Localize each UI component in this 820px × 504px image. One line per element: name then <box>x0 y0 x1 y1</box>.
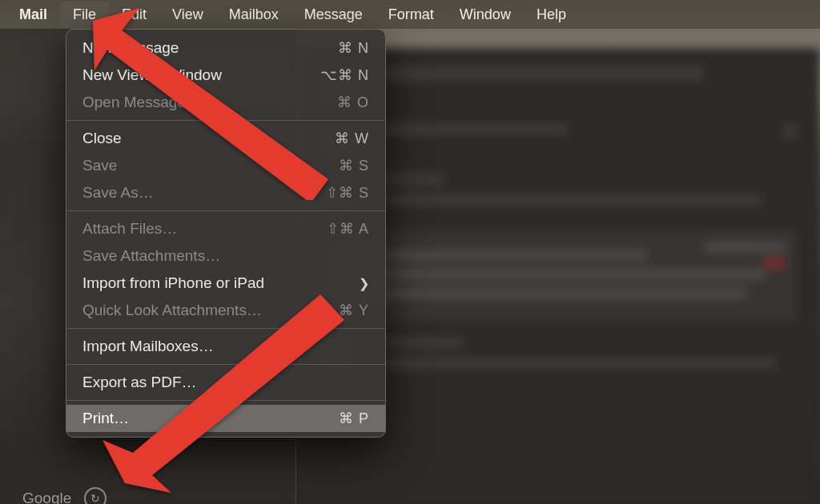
menu-save: Save ⌘ S <box>66 152 385 179</box>
menu-item-shortcut: ⌘ W <box>335 130 369 147</box>
menu-item-shortcut: ⌘ Y <box>339 302 369 319</box>
menu-item-label: New Message <box>82 39 179 57</box>
menu-item-shortcut: ⌘ P <box>339 410 369 427</box>
selected-message-card[interactable] <box>319 229 798 322</box>
menubar-item-edit[interactable]: Edit <box>109 2 159 28</box>
menu-separator <box>66 364 385 365</box>
menu-item-shortcut: ⌘ O <box>337 94 369 111</box>
menu-item-label: Save <box>82 157 117 174</box>
sidebar-account-label: Google <box>22 490 71 504</box>
menubar: Mail File Edit View Mailbox Message Form… <box>0 0 820 29</box>
menu-item-label: Print… <box>82 410 129 427</box>
menu-item-label: Quick Look Attachments… <box>82 302 262 319</box>
menu-separator <box>66 400 385 401</box>
menu-item-label: Import from iPhone or iPad <box>82 274 264 292</box>
menubar-item-file[interactable]: File <box>60 2 109 28</box>
menu-item-shortcut: ⇧⌘ S <box>326 184 369 202</box>
menu-item-label: Close <box>82 130 122 147</box>
menu-new-viewer-window[interactable]: New Viewer Window ⌥⌘ N <box>66 62 385 89</box>
menu-item-shortcut: ⌘ S <box>339 157 369 174</box>
menu-item-label: Export as PDF… <box>82 374 197 391</box>
menu-import-mailboxes[interactable]: Import Mailboxes… <box>66 333 385 360</box>
menu-close[interactable]: Close ⌘ W <box>66 125 385 152</box>
file-menu-dropdown: New Message ⌘ N New Viewer Window ⌥⌘ N O… <box>66 29 386 438</box>
menu-save-as: Save As… ⇧⌘ S <box>66 179 385 206</box>
menu-save-attachments: Save Attachments… <box>66 242 385 270</box>
sidebar-account-row[interactable]: Google ↻ <box>0 481 295 504</box>
menu-item-shortcut: ⇧⌘ A <box>327 220 369 238</box>
menubar-item-format[interactable]: Format <box>376 2 447 28</box>
menu-item-label: Attach Files… <box>82 220 177 238</box>
sync-icon: ↻ <box>84 487 107 504</box>
menu-separator <box>66 328 385 329</box>
menu-separator <box>66 120 385 121</box>
chevron-right-icon: ❯ <box>359 276 369 291</box>
menu-attach-files: Attach Files… ⇧⌘ A <box>66 215 385 242</box>
menu-import-from-iphone-ipad[interactable]: Import from iPhone or iPad ❯ <box>66 270 385 297</box>
menubar-item-message[interactable]: Message <box>291 2 376 28</box>
menu-item-label: Save As… <box>82 184 154 202</box>
menu-item-label: Save Attachments… <box>82 247 220 265</box>
menubar-item-window[interactable]: Window <box>447 2 524 28</box>
menu-item-label: New Viewer Window <box>82 66 222 84</box>
menu-item-label: Import Mailboxes… <box>82 338 214 355</box>
menu-item-shortcut: ⌥⌘ N <box>320 66 369 84</box>
menubar-app[interactable]: Mail <box>6 2 60 28</box>
menu-print[interactable]: Print… ⌘ P <box>66 405 385 432</box>
menu-open-messages: Open Messages ⌘ O <box>66 89 385 116</box>
menubar-item-mailbox[interactable]: Mailbox <box>216 2 291 28</box>
menu-new-message[interactable]: New Message ⌘ N <box>66 34 385 62</box>
menu-item-label: Open Messages <box>82 94 193 111</box>
menu-export-as-pdf[interactable]: Export as PDF… <box>66 369 385 396</box>
menu-quick-look-attachments: Quick Look Attachments… ⌘ Y <box>66 297 385 324</box>
menubar-item-view[interactable]: View <box>159 2 216 28</box>
menu-separator <box>66 210 385 211</box>
menu-item-shortcut: ⌘ N <box>338 39 369 57</box>
menubar-item-help[interactable]: Help <box>524 2 579 28</box>
